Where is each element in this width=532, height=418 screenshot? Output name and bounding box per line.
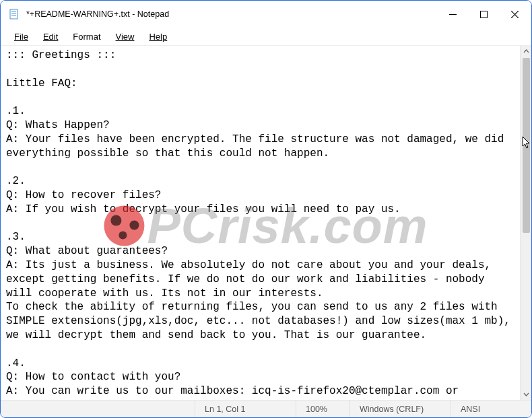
scroll-up-button[interactable] [521,46,531,57]
window-title: *+README-WARNING+.txt - Notepad [26,9,437,19]
text-content[interactable]: ::: Greetings ::: Little FAQ: .1. Q: Wha… [1,46,520,400]
status-zoom: 100% [296,400,350,417]
notepad-icon [9,9,20,20]
svg-rect-0 [10,9,18,19]
menu-format[interactable]: Format [66,30,107,43]
status-spacer [1,400,195,417]
menu-edit[interactable]: Edit [36,30,65,43]
status-position: Ln 1, Col 1 [195,400,296,417]
status-encoding: ANSI [451,400,531,417]
scrollbar-thumb[interactable] [523,58,530,233]
window-controls [437,1,530,28]
menu-view[interactable]: View [109,30,141,43]
maximize-button[interactable] [468,1,499,28]
minimize-button[interactable] [437,1,468,28]
scroll-down-button[interactable] [521,388,531,400]
statusbar: Ln 1, Col 1 100% Windows (CRLF) ANSI [1,400,531,417]
titlebar[interactable]: *+README-WARNING+.txt - Notepad [1,1,531,28]
menu-help[interactable]: Help [142,30,174,43]
status-line-ending: Windows (CRLF) [350,400,451,417]
menu-file[interactable]: File [7,30,35,43]
svg-rect-5 [480,11,487,18]
vertical-scrollbar[interactable] [520,46,531,400]
notepad-window: *+README-WARNING+.txt - Notepad File Edi… [0,0,532,418]
editor-area: ::: Greetings ::: Little FAQ: .1. Q: Wha… [1,45,531,400]
close-button[interactable] [499,1,530,28]
menubar: File Edit Format View Help [1,28,531,45]
